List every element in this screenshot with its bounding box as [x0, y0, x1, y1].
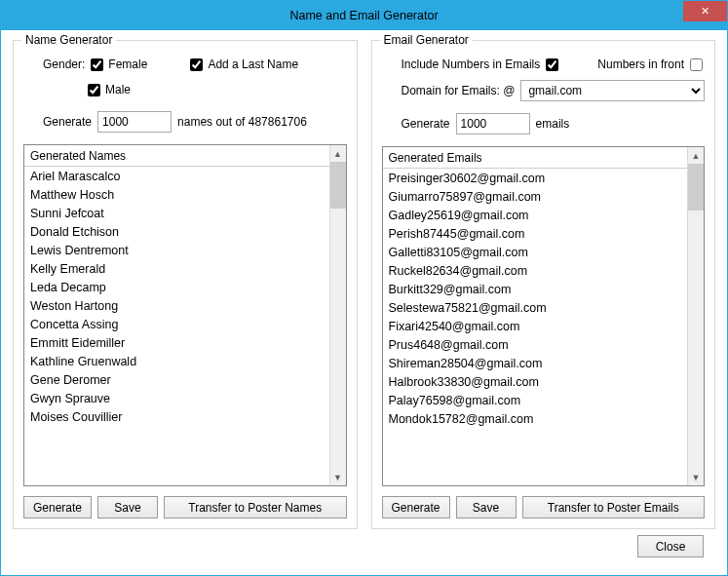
- include-numbers-label: Include Numbers in Emails: [402, 58, 541, 71]
- list-item[interactable]: Burkitt329@gmail.com: [383, 280, 688, 298]
- emails-suffix-label: emails: [536, 117, 570, 131]
- scroll-thumb[interactable]: [688, 164, 704, 211]
- add-lastname-checkbox[interactable]: [190, 58, 203, 71]
- names-transfer-button[interactable]: Transfer to Poster Names: [164, 496, 347, 518]
- list-item[interactable]: Gwyn Sprauve: [24, 389, 329, 407]
- name-count-row: Generate names out of 487861706: [23, 111, 347, 133]
- numbers-front-label: Numbers in front: [597, 58, 684, 71]
- scroll-thumb[interactable]: [330, 162, 346, 209]
- out-of-label: names out of 487861706: [177, 115, 307, 129]
- email-opts-row: Include Numbers in Emails Numbers in fro…: [382, 55, 706, 74]
- scroll-down-icon[interactable]: ▼: [688, 469, 704, 485]
- list-item[interactable]: Halbrook33830@gmail.com: [383, 372, 688, 391]
- close-button[interactable]: Close: [637, 535, 704, 557]
- list-item[interactable]: Gene Deromer: [24, 370, 329, 389]
- content: Name Generator Gender: Female Add a Last…: [1, 30, 727, 575]
- list-item[interactable]: Shireman28504@gmail.com: [383, 354, 688, 372]
- emails-list[interactable]: Generated Emails Preisinger30602@gmail.c…: [383, 147, 688, 485]
- name-count-input[interactable]: [97, 111, 172, 133]
- name-buttons-row: Generate Save Transfer to Poster Names: [23, 496, 347, 518]
- names-list-wrap: Generated Names Ariel MarascalcoMatthew …: [23, 144, 347, 486]
- emails-save-button[interactable]: Save: [456, 496, 517, 518]
- male-checkbox[interactable]: [88, 84, 100, 96]
- window-title: Name and Email Generator: [289, 9, 438, 22]
- list-item[interactable]: Kathline Gruenwald: [24, 352, 329, 370]
- email-generate-label: Generate: [402, 117, 450, 131]
- female-label: Female: [108, 58, 147, 71]
- include-numbers-checkbox[interactable]: [546, 58, 558, 71]
- titlebar: Name and Email Generator ✕: [1, 1, 727, 30]
- columns: Name Generator Gender: Female Add a Last…: [13, 40, 715, 529]
- list-item[interactable]: Emmitt Eidemiller: [24, 333, 329, 352]
- names-save-button[interactable]: Save: [97, 496, 158, 518]
- gender-row: Gender: Female Add a Last Name: [23, 55, 347, 74]
- list-item[interactable]: Ariel Marascalco: [24, 167, 329, 185]
- list-item[interactable]: Weston Hartong: [24, 296, 329, 315]
- close-icon: ✕: [701, 5, 709, 18]
- female-checkbox[interactable]: [91, 58, 103, 71]
- domain-row: Domain for Emails: @ gmail.com: [382, 80, 706, 101]
- names-list[interactable]: Generated Names Ariel MarascalcoMatthew …: [24, 145, 329, 485]
- list-item[interactable]: Kelly Emerald: [24, 259, 329, 278]
- emails-transfer-button[interactable]: Transfer to Poster Emails: [522, 496, 706, 518]
- emails-scrollbar[interactable]: ▲ ▼: [687, 147, 704, 485]
- names-generate-button[interactable]: Generate: [23, 496, 92, 518]
- list-item[interactable]: Giumarro75897@gmail.com: [383, 187, 688, 206]
- domain-label: Domain for Emails: @: [402, 84, 516, 97]
- list-item[interactable]: Selestewa75821@gmail.com: [383, 298, 688, 317]
- add-lastname-checkbox-group[interactable]: Add a Last Name: [190, 58, 298, 71]
- list-item[interactable]: Galletti83105@gmail.com: [383, 243, 688, 261]
- scroll-up-icon[interactable]: ▲: [330, 145, 346, 162]
- list-item[interactable]: Fixari42540@gmail.com: [383, 317, 688, 335]
- emails-list-wrap: Generated Emails Preisinger30602@gmail.c…: [382, 146, 706, 486]
- emails-generate-button[interactable]: Generate: [382, 496, 450, 518]
- list-item[interactable]: Palay76598@gmail.com: [383, 391, 688, 409]
- emails-list-items: Preisinger30602@gmail.comGiumarro75897@g…: [383, 169, 688, 428]
- list-item[interactable]: Prus4648@gmail.com: [383, 335, 688, 354]
- generate-label: Generate: [43, 115, 92, 129]
- numbers-front-checkbox[interactable]: [690, 58, 703, 71]
- list-item[interactable]: Matthew Hosch: [24, 185, 329, 204]
- name-generator-panel: Name Generator Gender: Female Add a Last…: [13, 40, 358, 529]
- email-count-input[interactable]: [456, 113, 530, 134]
- female-checkbox-group[interactable]: Female: [91, 58, 147, 71]
- names-list-items: Ariel MarascalcoMatthew HoschSunni Jefco…: [24, 167, 329, 426]
- names-scrollbar[interactable]: ▲ ▼: [329, 145, 346, 485]
- scroll-track[interactable]: [330, 162, 346, 469]
- gender-label: Gender:: [43, 58, 85, 71]
- list-item[interactable]: Preisinger30602@gmail.com: [383, 169, 688, 187]
- scroll-track[interactable]: [688, 164, 704, 469]
- email-generator-panel: Email Generator Include Numbers in Email…: [371, 40, 716, 529]
- list-item[interactable]: Sunni Jefcoat: [24, 204, 329, 222]
- name-panel-legend: Name Generator: [21, 33, 116, 47]
- scroll-down-icon[interactable]: ▼: [330, 469, 346, 485]
- male-checkbox-group[interactable]: Male: [88, 83, 131, 96]
- list-item[interactable]: Lewis Dentremont: [24, 241, 329, 259]
- list-item[interactable]: Ruckel82634@gmail.com: [383, 261, 688, 280]
- domain-select[interactable]: gmail.com: [520, 80, 705, 101]
- list-item[interactable]: Concetta Assing: [24, 315, 329, 333]
- male-label: Male: [105, 83, 131, 96]
- footer: Close: [13, 535, 715, 565]
- window-close-button[interactable]: ✕: [683, 1, 727, 21]
- email-buttons-row: Generate Save Transfer to Poster Emails: [382, 496, 706, 518]
- list-item[interactable]: Donald Etchison: [24, 222, 329, 241]
- male-row: Male: [23, 80, 347, 99]
- names-list-header[interactable]: Generated Names: [24, 145, 329, 167]
- list-item[interactable]: Gadley25619@gmail.com: [383, 206, 688, 224]
- scroll-up-icon[interactable]: ▲: [688, 147, 704, 164]
- window: Name and Email Generator ✕ Name Generato…: [0, 0, 728, 576]
- list-item[interactable]: Leda Decamp: [24, 278, 329, 296]
- list-item[interactable]: Mondok15782@gmail.com: [383, 409, 688, 428]
- emails-list-header[interactable]: Generated Emails: [383, 147, 688, 169]
- add-lastname-label: Add a Last Name: [208, 58, 298, 71]
- list-item[interactable]: Moises Couvillier: [24, 407, 329, 426]
- email-panel-legend: Email Generator: [380, 33, 473, 47]
- email-count-row: Generate emails: [382, 113, 706, 134]
- list-item[interactable]: Perish87445@gmail.com: [383, 224, 688, 243]
